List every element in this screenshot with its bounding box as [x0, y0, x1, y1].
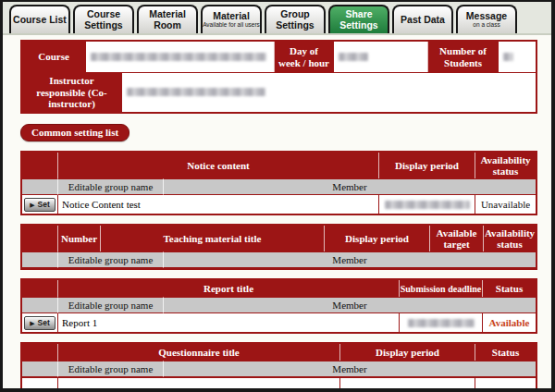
subheader-cell-empty: [22, 361, 57, 377]
tab-share-settings[interactable]: Share Settings: [328, 5, 389, 33]
subheader-editable-group-name: Editable group name: [57, 251, 163, 268]
header-cell-number: Number: [57, 226, 100, 251]
tab-label: Course List: [13, 15, 67, 25]
subheader-cell-empty: [22, 178, 57, 195]
notice-status-cell: Unavailable: [475, 195, 536, 214]
subheader-member: Member: [163, 297, 536, 313]
report-table-row: ▶Set Report 1 Available: [22, 313, 536, 332]
notice-table-row: ▶Set Notice Content test Unavailable: [22, 195, 536, 214]
header-cell-availability-status: Availability status: [483, 226, 536, 251]
subheader-member: Member: [163, 251, 536, 268]
teaching-material-table: Number Teaching material title Display p…: [20, 224, 537, 270]
subheader-cell-empty: [22, 251, 57, 268]
tab-group-settings[interactable]: Group Settings: [265, 5, 326, 33]
header-cell-empty: [22, 226, 57, 251]
students-value-cell: [498, 42, 536, 72]
tab-label: Course Settings: [75, 9, 132, 30]
tab-sublabel: on a class: [473, 22, 500, 29]
questionnaire-table-subheader: Editable group name Member: [22, 361, 536, 377]
header-cell-empty: [22, 280, 57, 297]
play-icon: ▶: [30, 202, 34, 208]
header-cell-notice-content: Notice content: [57, 153, 378, 178]
course-info-row-2: Instructor responsible (Co-instructor): [22, 72, 536, 112]
questionnaire-table-clipped-row: [22, 377, 536, 388]
header-cell-material-title: Teaching material title: [100, 226, 324, 251]
subheader-cell-empty: [22, 297, 57, 313]
header-cell-report-title: Report title: [57, 280, 399, 297]
tab-course-settings[interactable]: Course Settings: [73, 5, 134, 33]
set-button[interactable]: ▶Set: [24, 198, 56, 212]
header-cell-empty: [22, 153, 57, 178]
notice-title-cell: Notice Content test: [57, 195, 378, 214]
header-cell-status: Status: [475, 344, 536, 361]
tab-material-room[interactable]: Material Room: [137, 5, 198, 33]
course-info-table: Course Day of week / hour Number of Stud…: [20, 40, 537, 114]
tab-material[interactable]: Material Available for all users: [201, 5, 262, 33]
header-cell-availability-status: Availability status: [475, 153, 536, 178]
notice-table-subheader: Editable group name Member: [22, 178, 536, 195]
tab-label: Material: [213, 11, 250, 21]
material-table-subheader: Editable group name Member: [22, 251, 536, 268]
tab-label: Message: [466, 11, 507, 21]
tab-sublabel: Available for all users: [203, 22, 260, 29]
app-window: { "tabs": [ {"label": "Course List"}, {"…: [0, 0, 555, 392]
header-cell-display-period: Display period: [339, 344, 475, 361]
course-value-cell: [85, 42, 274, 72]
day-of-week-label: Day of week / hour: [274, 42, 333, 72]
header-cell-display-period: Display period: [378, 153, 475, 178]
subheader-member: Member: [163, 178, 536, 195]
course-info-row-1: Course Day of week / hour Number of Stud…: [22, 42, 536, 72]
redacted-instructor-names: [127, 88, 265, 96]
subheader-member: Member: [163, 361, 536, 377]
tab-label: Material Room: [139, 9, 196, 30]
report-deadline-cell: [399, 313, 482, 332]
notice-display-period-cell: [378, 195, 475, 214]
main-content: Course Day of week / hour Number of Stud…: [3, 35, 551, 390]
set-button-label: Set: [38, 318, 50, 327]
questionnaire-table: Questionnaire title Display period Statu…: [20, 342, 537, 390]
set-button-cell: ▶Set: [22, 313, 57, 332]
report-title-cell: Report 1: [57, 313, 399, 332]
redacted-day-of-week: [339, 53, 368, 61]
redacted-course-name: [91, 53, 266, 61]
instructor-value-cell: [121, 73, 536, 112]
report-table-subheader: Editable group name Member: [22, 297, 536, 313]
header-cell-submission-deadline: Submission deadline: [399, 280, 482, 297]
play-icon: ▶: [30, 320, 34, 326]
tab-label: Group Settings: [266, 9, 324, 30]
redacted-submission-deadline: [408, 319, 475, 327]
tab-label: Share Settings: [330, 9, 388, 30]
set-button-cell: ▶Set: [22, 195, 57, 214]
redacted-display-period: [385, 201, 470, 209]
students-label: Number of Students: [427, 42, 498, 72]
report-table-header: Report title Submission deadline Status: [22, 280, 536, 297]
tab-message[interactable]: Message on a class: [456, 5, 517, 33]
questionnaire-table-header: Questionnaire title Display period Statu…: [22, 344, 536, 361]
report-table: Report title Submission deadline Status …: [20, 278, 537, 334]
tab-course-list[interactable]: Course List: [9, 5, 70, 33]
subheader-editable-group-name: Editable group name: [57, 178, 163, 195]
redacted-student-count: [503, 53, 513, 61]
material-table-header: Number Teaching material title Display p…: [22, 226, 536, 251]
tab-past-data[interactable]: Past Data: [392, 5, 453, 33]
common-setting-list-button[interactable]: Common setting list: [20, 124, 130, 141]
header-cell-available-target: Available target: [429, 226, 483, 251]
header-cell-status: Status: [482, 280, 536, 297]
set-button[interactable]: ▶Set: [24, 316, 56, 330]
subheader-editable-group-name: Editable group name: [57, 297, 163, 313]
instructor-label: Instructor responsible (Co-instructor): [22, 73, 121, 112]
set-button-label: Set: [38, 200, 50, 209]
report-status-cell: Available: [482, 313, 536, 332]
course-label: Course: [22, 42, 85, 72]
day-of-week-value-cell: [333, 42, 427, 72]
header-cell-questionnaire-title: Questionnaire title: [57, 344, 339, 361]
tab-label: Past Data: [401, 15, 445, 25]
subheader-editable-group-name: Editable group name: [57, 361, 163, 377]
tab-bar: Course List Course Settings Material Roo…: [3, 2, 551, 35]
notice-table: Notice content Display period Availabili…: [20, 151, 537, 215]
header-cell-display-period: Display period: [324, 226, 429, 251]
notice-table-header: Notice content Display period Availabili…: [22, 153, 536, 178]
header-cell-empty: [22, 344, 57, 361]
